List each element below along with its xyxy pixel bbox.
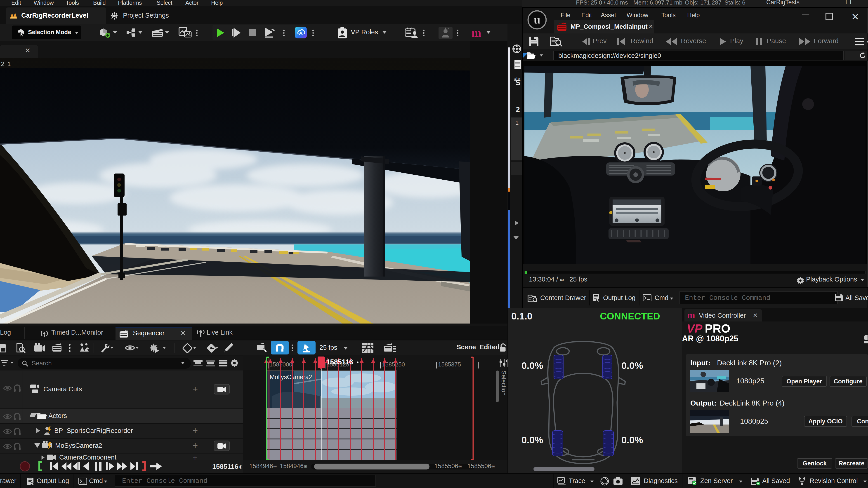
- svg-text:1585116: 1585116: [326, 358, 353, 366]
- svg-text:MollysCamera2: MollysCamera2: [270, 374, 312, 381]
- svg-text:2_1: 2_1: [1, 61, 11, 67]
- svg-text:u: u: [534, 13, 540, 26]
